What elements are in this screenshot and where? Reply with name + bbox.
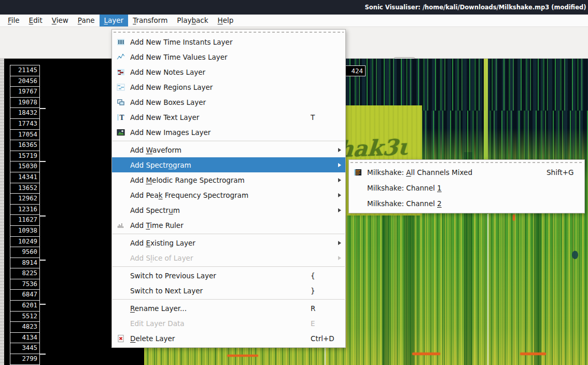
spectrogram-orange-mark [520, 353, 546, 355]
menu-playback[interactable]: Playback [172, 15, 213, 26]
submenu-arrow-icon [338, 193, 341, 197]
frequency-label: 10249 [10, 236, 40, 248]
time-instants-icon [116, 37, 125, 47]
menu-item-label: Add New Boxes Layer [130, 98, 206, 106]
menu-item-switch-to-next-layer[interactable]: Switch to Next Layer} [112, 283, 345, 298]
menu-item-add-new-text-layer[interactable]: TAdd New Text LayerT [112, 110, 345, 125]
menu-item-add-new-notes-layer[interactable]: Add New Notes Layer [112, 64, 345, 79]
frequency-label: 2799 [10, 354, 40, 365]
menu-item-shortcut: Shift+G [547, 168, 573, 177]
images-icon [116, 128, 125, 137]
menu-item-label: Add Spectrum [130, 206, 180, 214]
spectrogram-dark-blob [572, 251, 578, 259]
menu-item-add-new-boxes-layer[interactable]: Add New Boxes Layer [112, 94, 345, 110]
menu-item-label: Switch to Next Layer [130, 287, 203, 295]
menu-item-add-new-images-layer[interactable]: Add New Images Layer [112, 125, 345, 140]
frequency-label: 4823 [10, 321, 40, 333]
menu-item-label: Edit Layer Data [130, 319, 185, 328]
menu-item-label: Add Spectrogram [130, 161, 191, 169]
menu-item-shortcut: R [311, 304, 315, 313]
menu-item-add-spectrum[interactable]: Add Spectrum [112, 202, 345, 218]
frequency-tick [40, 354, 46, 355]
menu-item-rename-layer[interactable]: Rename Layer...R [112, 301, 345, 316]
menu-pane[interactable]: Pane [73, 15, 100, 26]
icon-placeholder [116, 286, 125, 295]
submenu-arrow-icon [338, 241, 341, 245]
icon-placeholder [116, 175, 125, 185]
menu-item-milkshake-channel-2[interactable]: Milkshake: Channel 2 [349, 196, 584, 211]
menu-item-label: Add New Notes Layer [130, 68, 205, 76]
icon-placeholder [116, 206, 125, 215]
menu-item-shortcut: T [311, 113, 315, 121]
frequency-label: 12962 [10, 193, 40, 205]
menu-item-label: Add New Time Values Layer [130, 53, 228, 61]
frequency-label: 15719 [10, 151, 40, 162]
menu-item-add-slice-of-layer[interactable]: Add Slice of Layer [112, 250, 345, 265]
submenu-arrow-icon [338, 148, 341, 152]
menu-layer[interactable]: Layer [100, 15, 129, 26]
menu-item-label: Add Existing Layer [130, 239, 195, 247]
boxes-icon [116, 98, 125, 107]
menu-item-add-existing-layer[interactable]: Add Existing Layer [112, 235, 345, 250]
frequency-label: 13652 [10, 183, 40, 194]
menu-separator [113, 141, 345, 141]
frequency-tick [40, 161, 46, 162]
menu-bar: FileEditViewPaneLayerTransformPlaybackHe… [0, 15, 588, 27]
menu-separator [113, 266, 345, 267]
frequency-tick [40, 304, 46, 305]
frequency-label: 10938 [10, 225, 40, 237]
frequency-label: 6847 [10, 289, 40, 301]
frequency-label: 11627 [10, 214, 40, 226]
menu-item-shortcut: E [311, 319, 315, 328]
menu-item-label: Add Melodic Range Spectrogram [130, 176, 245, 184]
menu-item-add-new-time-instants-layer[interactable]: Add New Time Instants Layer [112, 34, 345, 49]
frequency-scale[interactable]: 2114520456197671907818432177431705416365… [10, 65, 40, 365]
menu-item-label: Add Peak Frequency Spectrogram [130, 191, 248, 199]
icon-placeholder [116, 271, 125, 280]
menu-item-add-melodic-range-spectrogram[interactable]: Add Melodic Range Spectrogram [112, 172, 345, 187]
frequency-label: 15030 [10, 161, 40, 172]
menu-tearoff-handle[interactable] [351, 161, 583, 164]
spectrogram-bright-streak [484, 59, 488, 174]
menu-separator [113, 234, 345, 234]
menu-item-label: Add New Regions Layer [130, 83, 213, 91]
spectrogram-thumb-icon [353, 168, 362, 177]
submenu-arrow-icon [338, 208, 341, 212]
frequency-tick [40, 108, 46, 109]
icon-placeholder [116, 238, 125, 248]
spectrogram-orange-mark [513, 214, 515, 221]
frequency-label: 12316 [10, 204, 40, 215]
frequency-label: 17054 [10, 129, 40, 141]
menu-item-milkshake-all-channels-mixed[interactable]: Milkshake: All Channels MixedShift+G [349, 165, 584, 180]
frequency-label: 21145 [10, 65, 40, 76]
icon-placeholder [353, 183, 362, 193]
menu-item-add-new-time-values-layer[interactable]: Add New Time Values Layer [112, 49, 345, 64]
frequency-label: 20456 [10, 76, 40, 87]
icon-placeholder [116, 253, 125, 263]
menu-item-add-spectrogram[interactable]: Add Spectrogram [112, 157, 345, 172]
layer-menu: Add New Time Instants LayerAdd New Time … [111, 29, 346, 348]
menu-item-label: Add Time Ruler [130, 221, 184, 229]
menu-transform[interactable]: Transform [128, 15, 172, 26]
menu-item-add-new-regions-layer[interactable]: Add New Regions Layer [112, 79, 345, 94]
menu-file[interactable]: File [3, 15, 24, 26]
menu-view[interactable]: View [47, 15, 73, 26]
menu-item-label: Add New Text Layer [130, 113, 199, 121]
menu-tearoff-handle[interactable] [114, 31, 344, 34]
regions-icon [116, 83, 125, 92]
menu-edit[interactable]: Edit [24, 15, 47, 26]
menu-item-edit-layer-data[interactable]: Edit Layer DataE [112, 316, 345, 331]
frequency-label: 19078 [10, 97, 40, 109]
app-window: Sonic Visualiser: /home/kali/Downloads/M… [0, 0, 588, 365]
frequency-label: 14341 [10, 172, 40, 183]
frequency-label: 5512 [10, 311, 40, 322]
menu-help[interactable]: Help [213, 15, 239, 26]
menu-item-add-waveform[interactable]: Add Waveform [112, 142, 345, 157]
menu-item-switch-to-previous-layer[interactable]: Switch to Previous Layer{ [112, 268, 345, 283]
menu-item-milkshake-channel-1[interactable]: Milkshake: Channel 1 [349, 180, 584, 196]
add-spectrogram-submenu: Milkshake: All Channels MixedShift+GMilk… [348, 159, 585, 213]
menu-item-add-peak-frequency-spectrogram[interactable]: Add Peak Frequency Spectrogram [112, 187, 345, 202]
menu-item-add-time-ruler[interactable]: Add Time Ruler [112, 218, 345, 233]
menu-item-delete-layer[interactable]: Delete LayerCtrl+D [112, 331, 345, 346]
pane-left-edge [0, 59, 4, 365]
